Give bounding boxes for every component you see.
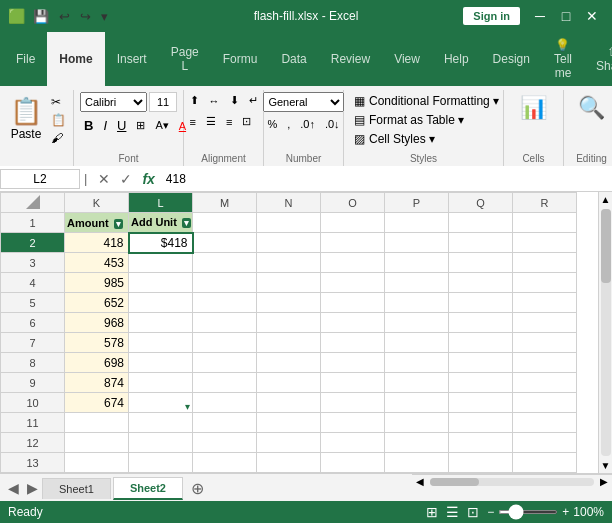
zoom-slider[interactable] bbox=[498, 510, 558, 514]
cell-o6[interactable] bbox=[321, 313, 385, 333]
cell-q5[interactable] bbox=[449, 293, 513, 313]
name-box[interactable] bbox=[0, 169, 80, 189]
zoom-out-btn[interactable]: − bbox=[487, 505, 494, 519]
cell-o7[interactable] bbox=[321, 333, 385, 353]
cell-r3[interactable] bbox=[513, 253, 577, 273]
cell-p7[interactable] bbox=[385, 333, 449, 353]
cell-p11[interactable] bbox=[385, 413, 449, 433]
cell-k7[interactable]: 578 bbox=[65, 333, 129, 353]
cell-l12[interactable] bbox=[129, 433, 193, 453]
underline-button[interactable]: U bbox=[113, 116, 130, 135]
formula-fx-btn[interactable]: fx bbox=[139, 171, 157, 187]
cell-styles-button[interactable]: ▨ Cell Styles ▾ bbox=[350, 130, 497, 148]
tab-review[interactable]: Review bbox=[319, 32, 382, 86]
col-header-o[interactable]: O bbox=[321, 193, 385, 213]
align-top-btn[interactable]: ⬆ bbox=[186, 92, 203, 109]
cell-m12[interactable] bbox=[193, 433, 257, 453]
tab-insert[interactable]: Insert bbox=[105, 32, 159, 86]
merge-btn[interactable]: ⊡ bbox=[238, 113, 255, 130]
cell-l11[interactable] bbox=[129, 413, 193, 433]
cell-n13[interactable] bbox=[257, 453, 321, 473]
format-painter-button[interactable]: 🖌 bbox=[48, 130, 69, 146]
cell-q3[interactable] bbox=[449, 253, 513, 273]
cell-q1[interactable] bbox=[449, 213, 513, 233]
cell-r2[interactable] bbox=[513, 233, 577, 253]
cell-o4[interactable] bbox=[321, 273, 385, 293]
cell-m13[interactable] bbox=[193, 453, 257, 473]
cell-n4[interactable] bbox=[257, 273, 321, 293]
cell-q2[interactable] bbox=[449, 233, 513, 253]
cell-m8[interactable] bbox=[193, 353, 257, 373]
paste-button[interactable]: 📋 Paste bbox=[4, 92, 48, 145]
wrap-text-btn[interactable]: ↵ bbox=[245, 92, 262, 109]
cell-l6[interactable] bbox=[129, 313, 193, 333]
add-sheet-button[interactable]: ⊕ bbox=[185, 477, 210, 500]
cell-o1[interactable] bbox=[321, 213, 385, 233]
percent-btn[interactable]: % bbox=[263, 116, 281, 132]
cell-k10[interactable]: 674 bbox=[65, 393, 129, 413]
border-button[interactable]: ⊞ bbox=[132, 116, 149, 135]
cell-k13[interactable] bbox=[65, 453, 129, 473]
maximize-btn[interactable]: □ bbox=[554, 4, 578, 28]
cell-k12[interactable] bbox=[65, 433, 129, 453]
cell-l3[interactable] bbox=[129, 253, 193, 273]
cell-m11[interactable] bbox=[193, 413, 257, 433]
cell-p1[interactable] bbox=[385, 213, 449, 233]
align-center-btn[interactable]: ☰ bbox=[202, 113, 220, 130]
cell-q6[interactable] bbox=[449, 313, 513, 333]
cell-n3[interactable] bbox=[257, 253, 321, 273]
cell-o12[interactable] bbox=[321, 433, 385, 453]
cell-o3[interactable] bbox=[321, 253, 385, 273]
undo-btn[interactable]: ↩ bbox=[57, 7, 72, 26]
cell-p8[interactable] bbox=[385, 353, 449, 373]
cell-o11[interactable] bbox=[321, 413, 385, 433]
cell-m6[interactable] bbox=[193, 313, 257, 333]
cell-n9[interactable] bbox=[257, 373, 321, 393]
vertical-scrollbar[interactable]: ▲ ▼ bbox=[598, 192, 612, 473]
copy-button[interactable]: 📋 bbox=[48, 112, 69, 128]
cell-l9[interactable] bbox=[129, 373, 193, 393]
col-header-q[interactable]: Q bbox=[449, 193, 513, 213]
align-left-btn[interactable]: ≡ bbox=[186, 113, 200, 130]
cell-p12[interactable] bbox=[385, 433, 449, 453]
tab-design[interactable]: Design bbox=[481, 32, 542, 86]
cell-r4[interactable] bbox=[513, 273, 577, 293]
format-as-table-button[interactable]: ▤ Format as Table ▾ bbox=[350, 111, 497, 129]
cut-button[interactable]: ✂ bbox=[48, 94, 69, 110]
cell-k11[interactable] bbox=[65, 413, 129, 433]
cell-r13[interactable] bbox=[513, 453, 577, 473]
cell-o8[interactable] bbox=[321, 353, 385, 373]
cell-r8[interactable] bbox=[513, 353, 577, 373]
italic-button[interactable]: I bbox=[99, 116, 111, 135]
col-header-m[interactable]: M bbox=[193, 193, 257, 213]
cell-r12[interactable] bbox=[513, 433, 577, 453]
align-middle-btn[interactable]: ↔ bbox=[205, 92, 224, 109]
cell-k9[interactable]: 874 bbox=[65, 373, 129, 393]
scroll-up-btn[interactable]: ▲ bbox=[599, 192, 612, 207]
sheet-nav-prev-btn[interactable]: ◀ bbox=[4, 478, 23, 498]
cell-q4[interactable] bbox=[449, 273, 513, 293]
cell-r6[interactable] bbox=[513, 313, 577, 333]
cell-l1[interactable]: Add Unit ▾ bbox=[129, 213, 193, 233]
cell-r10[interactable] bbox=[513, 393, 577, 413]
save-quick-btn[interactable]: 💾 bbox=[31, 7, 51, 26]
horizontal-scrollbar[interactable]: ◀ ▶ bbox=[412, 474, 612, 488]
cell-n10[interactable] bbox=[257, 393, 321, 413]
cell-k8[interactable]: 698 bbox=[65, 353, 129, 373]
cell-k3[interactable]: 453 bbox=[65, 253, 129, 273]
align-right-btn[interactable]: ≡ bbox=[222, 113, 236, 130]
cell-o10[interactable] bbox=[321, 393, 385, 413]
cell-q9[interactable] bbox=[449, 373, 513, 393]
tab-page-layout[interactable]: Page L bbox=[159, 32, 211, 86]
cell-p6[interactable] bbox=[385, 313, 449, 333]
cell-o2[interactable] bbox=[321, 233, 385, 253]
cell-m10[interactable] bbox=[193, 393, 257, 413]
comma-btn[interactable]: , bbox=[283, 116, 294, 132]
grid-wrapper[interactable]: K L M N O P Q R 1 Amount bbox=[0, 192, 598, 473]
tab-tell-me[interactable]: 💡 Tell me bbox=[542, 32, 584, 86]
tab-home[interactable]: Home bbox=[47, 32, 104, 86]
cell-q12[interactable] bbox=[449, 433, 513, 453]
formula-cancel-btn[interactable]: ✕ bbox=[95, 171, 113, 187]
cell-k4[interactable]: 985 bbox=[65, 273, 129, 293]
font-name-select[interactable]: Calibri bbox=[80, 92, 147, 112]
